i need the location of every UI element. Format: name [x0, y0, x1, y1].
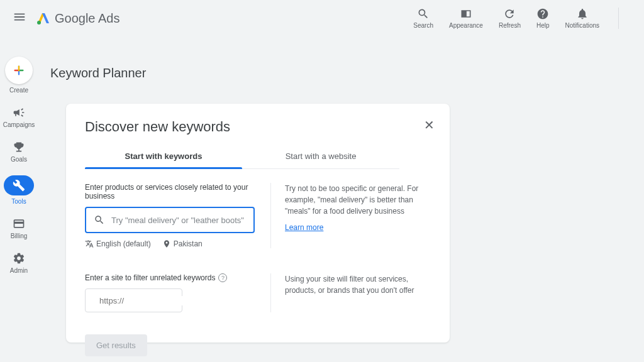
tip2-text: Using your site will filter out services… [285, 273, 431, 296]
notifications-action[interactable]: Notifications [565, 8, 599, 29]
site-input[interactable] [99, 296, 205, 305]
create-button[interactable] [5, 57, 33, 84]
discover-card: Discover new keywords ✕ Start with keywo… [66, 104, 450, 343]
ads-logo-icon [36, 11, 51, 26]
svg-point-0 [37, 21, 41, 25]
billing-label: Billing [11, 233, 28, 239]
sidebar-item-billing[interactable]: Billing [11, 217, 28, 239]
search-action[interactable]: Search [413, 8, 433, 29]
help-icon [536, 8, 549, 20]
tip1-text: Try not to be too specific or general. F… [285, 183, 431, 217]
goals-label: Goals [11, 156, 27, 163]
sidebar-item-campaigns[interactable]: Campaigns [3, 106, 35, 128]
language-chip[interactable]: English (default) [85, 239, 151, 248]
language-text: English (default) [96, 239, 151, 248]
divider [618, 8, 619, 29]
plus-icon [12, 63, 26, 77]
brand-text: Google Ads [55, 11, 119, 26]
page-title: Keyword Planner [50, 66, 146, 80]
top-actions: Search Appearance Refresh Help Notificat… [413, 8, 619, 29]
products-input-wrap[interactable] [85, 207, 255, 233]
products-input[interactable] [111, 216, 246, 225]
location-chip[interactable]: Pakistan [162, 239, 203, 248]
refresh-icon [503, 8, 516, 20]
sidebar-item-goals[interactable]: Goals [11, 141, 27, 163]
campaigns-label: Campaigns [3, 121, 35, 128]
campaigns-icon [13, 106, 25, 119]
left-rail: Create Campaigns Goals Tools Billing Adm… [0, 57, 38, 274]
tools-label: Tools [11, 198, 26, 205]
logo[interactable]: Google Ads [36, 11, 119, 26]
refresh-label: Refresh [499, 22, 521, 29]
topbar: Google Ads Search Appearance Refresh Hel… [0, 0, 644, 36]
get-results-button[interactable]: Get results [85, 334, 147, 356]
tools-icon [13, 179, 25, 192]
search-icon [94, 214, 105, 226]
appearance-action[interactable]: Appearance [449, 8, 483, 29]
tab-keywords[interactable]: Start with keywords [85, 146, 242, 168]
search-label: Search [413, 22, 433, 29]
site-input-wrap[interactable] [85, 288, 182, 312]
tab-website[interactable]: Start with a website [242, 146, 399, 168]
appearance-icon [460, 8, 472, 20]
translate-icon [85, 239, 94, 248]
sidebar-item-admin[interactable]: Admin [10, 252, 28, 274]
help-label: Help [536, 22, 550, 29]
learn-more-link[interactable]: Learn more [285, 223, 323, 232]
billing-icon [13, 217, 25, 230]
create-label: Create [9, 87, 28, 94]
appearance-label: Appearance [449, 22, 483, 29]
help-icon[interactable]: ? [218, 273, 227, 282]
location-text: Pakistan [174, 239, 203, 248]
help-action[interactable]: Help [536, 8, 550, 29]
refresh-action[interactable]: Refresh [499, 8, 521, 29]
site-label: Enter a site to filter unrelated keyword… [85, 273, 255, 282]
products-label: Enter products or services closely relat… [85, 183, 255, 200]
search-icon [417, 8, 430, 20]
goals-icon [13, 141, 25, 153]
tabs: Start with keywords Start with a website [85, 146, 399, 169]
card-title: Discover new keywords [85, 119, 431, 135]
admin-label: Admin [10, 267, 28, 274]
sidebar-item-tools[interactable]: Tools [4, 175, 34, 205]
menu-icon[interactable] [13, 10, 26, 26]
bell-icon [576, 8, 589, 20]
admin-icon [13, 252, 25, 265]
notifications-label: Notifications [565, 22, 599, 29]
location-icon [162, 239, 171, 248]
close-icon[interactable]: ✕ [424, 118, 435, 133]
